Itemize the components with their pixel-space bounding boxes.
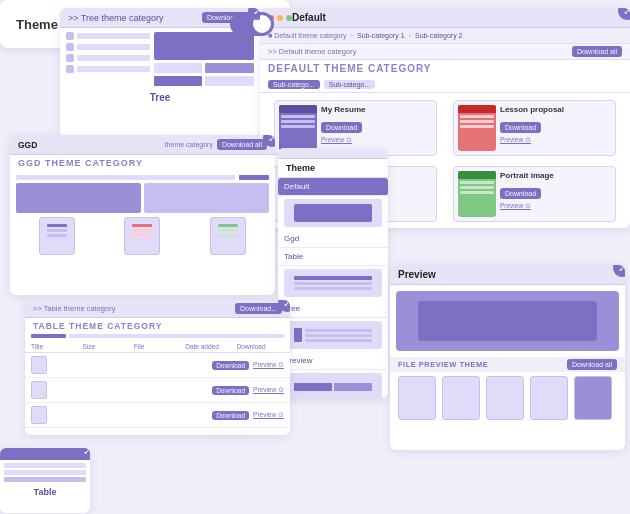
breadcrumb-sep: › <box>351 31 354 40</box>
theme-preview-preview <box>284 373 382 398</box>
table-cat-category-label: TABLE THEME CATEGORY <box>25 318 290 334</box>
sidebar-item-preview[interactable]: Preview <box>278 352 388 370</box>
table-filter-bar <box>69 334 284 338</box>
sidebar-item-tree[interactable]: Tree <box>278 300 388 318</box>
deco-bar-purple <box>239 175 269 180</box>
tree-row <box>66 65 150 73</box>
ggd-img-light <box>144 183 269 213</box>
table-row-download-btn[interactable]: Download <box>212 361 249 370</box>
template-info: Lesson proposal Download Preview ⊙ <box>500 105 611 144</box>
tree-row <box>66 54 150 62</box>
tree-preview-box <box>154 32 254 60</box>
table-row-preview-link[interactable]: Preview ⊙ <box>253 411 284 419</box>
dot-yellow <box>277 15 283 21</box>
tree-row-bar <box>77 44 150 50</box>
preview-files-row <box>390 372 625 424</box>
lesson-proposal-download-btn[interactable]: Download <box>500 122 541 133</box>
table-row: Download Preview ⊙ <box>25 403 290 428</box>
breadcrumb-item: Sub-category 1 <box>357 32 404 39</box>
tree-icon <box>66 32 74 40</box>
default-category-label: DEFAULT THEME CATEGORY <box>260 60 630 77</box>
theme-sidebar-title-row: Theme <box>278 159 388 178</box>
sidebar-item-default[interactable]: Default <box>278 178 388 196</box>
table-row-download-btn[interactable]: Download <box>212 411 249 420</box>
preview-file-1 <box>398 376 436 420</box>
ggd-file-1 <box>39 217 75 255</box>
table-small-row <box>4 463 86 468</box>
ggd-img <box>16 183 141 213</box>
file-icon <box>31 356 47 374</box>
template-name: Portrait image <box>500 171 611 180</box>
default-download-all-btn[interactable]: Download all <box>572 46 622 57</box>
breadcrumb-item: Sub-category 2 <box>415 32 462 39</box>
theme-tree-preview <box>284 321 382 349</box>
tab-sub-cat-1[interactable]: Sub-catego... <box>268 80 320 89</box>
sidebar-item-table[interactable]: Table <box>278 248 388 266</box>
card-theme-sidebar: Theme Default Ggd Table Tree Preview <box>278 148 388 398</box>
preview-file-2 <box>442 376 480 420</box>
ggd-download-all-btn[interactable]: Download all <box>217 139 267 150</box>
preview-header-label: FILE PREVIEW THEME <box>398 360 488 369</box>
default-header-row: >> Default theme category Download all <box>260 44 630 60</box>
tree-title: Tree <box>60 90 260 105</box>
tree-box-light <box>205 63 254 73</box>
file-icon <box>31 406 47 424</box>
card-table-category: ✓ >> Table theme category Download... TA… <box>25 300 290 435</box>
my-resume-download-btn[interactable]: Download <box>321 122 362 133</box>
tree-row-bar <box>77 33 150 39</box>
table-filter-bar-purple <box>31 334 66 338</box>
preview-header-row: FILE PREVIEW THEME Download all <box>390 357 625 372</box>
table-cat-download-all-btn[interactable]: Download... <box>235 303 282 314</box>
table-cat-header: >> Table theme category Download... <box>25 300 290 318</box>
col-file: File <box>134 343 181 350</box>
tree-content <box>60 28 260 90</box>
table-row-preview-link[interactable]: Preview ⊙ <box>253 386 284 394</box>
template-info: My Resume Download Preview ⊙ <box>321 105 432 144</box>
table-header-row: Title Size File Date added Download <box>25 341 290 353</box>
table-row: Download Preview ⊙ <box>25 378 290 403</box>
table-row-preview-link[interactable]: Preview ⊙ <box>253 361 284 369</box>
deco-bar <box>16 175 235 180</box>
preview-download-all-btn[interactable]: Download all <box>567 359 617 370</box>
table-small-header-bar <box>0 448 90 460</box>
lesson-proposal-preview-link[interactable]: Preview ⊙ <box>500 136 611 144</box>
theme-table-preview <box>284 269 382 297</box>
tree-icon <box>66 43 74 51</box>
table-small-title: Table <box>0 485 90 499</box>
ggd-card-header: GGD theme category Download all <box>10 135 275 155</box>
ggd-header-label: GGD <box>18 140 37 150</box>
ggd-theme-label: theme category <box>165 141 213 148</box>
sidebar-item-ggd[interactable]: Ggd <box>278 230 388 248</box>
my-resume-preview-link[interactable]: Preview ⊙ <box>321 136 432 144</box>
tree-header-label: >> Tree theme category <box>68 13 164 23</box>
default-header-label: >> Default theme category <box>268 47 356 56</box>
preview-file-4 <box>530 376 568 420</box>
breadcrumb-sep: › <box>409 31 412 40</box>
table-cat-header-label: >> Table theme category <box>33 304 115 313</box>
ggd-content <box>10 171 275 259</box>
default-breadcrumb: ■ Default theme category › Sub-category … <box>260 28 630 44</box>
col-download: Download <box>237 343 284 350</box>
table-row-download-btn[interactable]: Download <box>212 386 249 395</box>
template-thumb <box>458 105 496 151</box>
default-tab-row: Sub-catego... Sub-catego... <box>260 77 630 93</box>
table-small-row <box>4 470 86 475</box>
card-table-small: ✓ Table <box>0 448 90 513</box>
template-lesson-proposal: Lesson proposal Download Preview ⊙ <box>453 100 616 156</box>
theme-default-preview <box>284 199 382 227</box>
template-name: Lesson proposal <box>500 105 611 114</box>
col-date-added: Date added <box>185 343 232 350</box>
tree-row <box>66 43 150 51</box>
ggd-file-3 <box>210 217 246 255</box>
table-small-row <box>4 477 86 482</box>
theme-sidebar-dots <box>278 148 388 159</box>
portrait-image-download-btn[interactable]: Download <box>500 188 541 199</box>
template-thumb <box>458 171 496 217</box>
default-card-header: Default <box>260 8 630 28</box>
template-info: Portrait image Download Preview ⊙ <box>500 171 611 210</box>
tree-icon <box>66 54 74 62</box>
col-size: Size <box>82 343 129 350</box>
ggd-file-2 <box>124 217 160 255</box>
tab-sub-cat-2[interactable]: Sub-catego... <box>324 80 376 89</box>
portrait-image-preview-link[interactable]: Preview ⊙ <box>500 202 611 210</box>
